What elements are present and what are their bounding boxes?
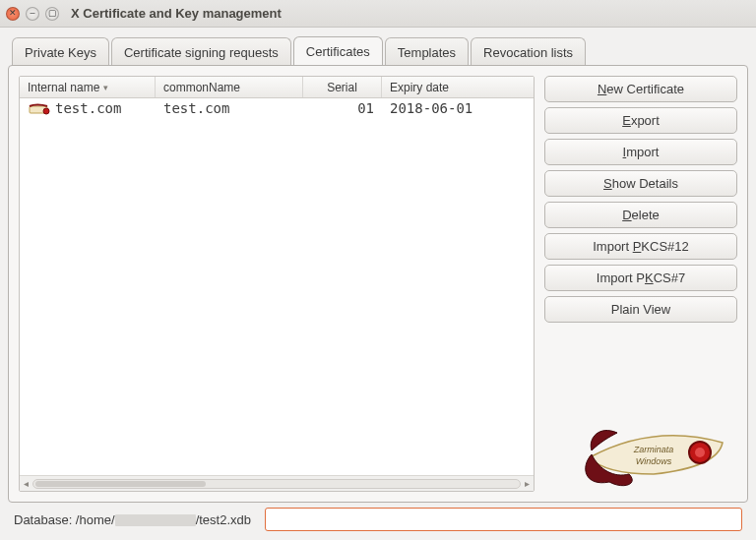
svg-point-1 <box>43 108 49 114</box>
table-body: test.com test.com 01 2018-06-01 <box>20 98 534 475</box>
status-bar: Database: /home//test2.xdb <box>8 503 748 532</box>
titlebar: ✕ – ▢ X Certificate and Key management <box>0 0 756 28</box>
close-icon[interactable]: ✕ <box>6 7 20 21</box>
db-suffix: /test2.xdb <box>196 512 251 527</box>
tab-revocation-lists[interactable]: Revocation lists <box>471 37 586 66</box>
plain-view-button[interactable]: Plain View <box>544 296 737 323</box>
sort-indicator-icon: ▾ <box>103 83 108 92</box>
minimize-icon[interactable]: – <box>26 7 39 21</box>
tab-private-keys[interactable]: Private Keys <box>12 37 109 66</box>
svg-text:Windows: Windows <box>636 456 672 466</box>
app-body: Private Keys Certificate signing request… <box>0 28 756 540</box>
app-logo: Zarminata Windows <box>544 409 737 492</box>
column-expiry[interactable]: Expiry date <box>382 77 534 97</box>
tab-bar: Private Keys Certificate signing request… <box>8 33 748 65</box>
show-details-button[interactable]: Show Details <box>544 170 737 197</box>
horizontal-scrollbar[interactable]: ◂ ▸ <box>20 475 534 491</box>
column-internal-name[interactable]: Internal name ▾ <box>20 77 156 97</box>
status-input[interactable] <box>265 508 742 531</box>
maximize-icon[interactable]: ▢ <box>45 7 59 21</box>
svg-text:Zarminata: Zarminata <box>633 445 674 454</box>
column-common-name[interactable]: commonName <box>156 77 303 97</box>
table-row[interactable]: test.com test.com 01 2018-06-01 <box>20 98 534 118</box>
certificates-table-area: Internal name ▾ commonName Serial Expiry… <box>19 76 535 492</box>
column-label: Internal name <box>28 81 99 94</box>
cell-text: test.com <box>55 100 121 116</box>
scrollbar-track[interactable] <box>32 479 521 489</box>
new-certificate-button[interactable]: New Certificate <box>544 76 737 102</box>
tab-certificates[interactable]: Certificates <box>293 36 383 65</box>
scroll-right-icon[interactable]: ▸ <box>525 478 530 489</box>
tab-templates[interactable]: Templates <box>385 37 469 66</box>
database-path-label: Database: /home//test2.xdb <box>14 512 251 527</box>
cell-text: 2018-06-01 <box>390 100 472 116</box>
certificates-table: Internal name ▾ commonName Serial Expiry… <box>19 76 535 492</box>
import-button[interactable]: Import <box>544 139 737 165</box>
redacted-segment <box>115 514 196 526</box>
cell-common-name: test.com <box>156 99 303 117</box>
import-pkcs7-button[interactable]: Import PKCS#7 <box>544 265 737 291</box>
action-sidebar: New Certificate Export Import Show Detai… <box>544 76 737 492</box>
cell-serial: 01 <box>303 99 382 117</box>
column-label: Expiry date <box>390 81 449 94</box>
tab-csr[interactable]: Certificate signing requests <box>111 37 291 66</box>
cell-text: 01 <box>357 100 374 116</box>
column-label: commonName <box>163 81 240 94</box>
cell-expiry: 2018-06-01 <box>382 99 534 117</box>
scrollbar-thumb[interactable] <box>35 481 206 487</box>
scroll-left-icon[interactable]: ◂ <box>24 478 29 489</box>
delete-button[interactable]: Delete <box>544 202 737 228</box>
column-serial[interactable]: Serial <box>303 77 382 97</box>
column-label: Serial <box>327 81 357 94</box>
certificate-icon <box>28 102 51 114</box>
certificates-pane: Internal name ▾ commonName Serial Expiry… <box>8 65 748 503</box>
cell-internal-name: test.com <box>20 99 156 117</box>
window-title: X Certificate and Key management <box>71 6 282 21</box>
svg-point-5 <box>695 448 705 457</box>
import-pkcs12-button[interactable]: Import PKCS#12 <box>544 233 737 260</box>
db-prefix: Database: /home/ <box>14 512 115 527</box>
export-button[interactable]: Export <box>544 107 737 134</box>
cell-text: test.com <box>163 100 229 116</box>
table-header: Internal name ▾ commonName Serial Expiry… <box>20 77 534 98</box>
